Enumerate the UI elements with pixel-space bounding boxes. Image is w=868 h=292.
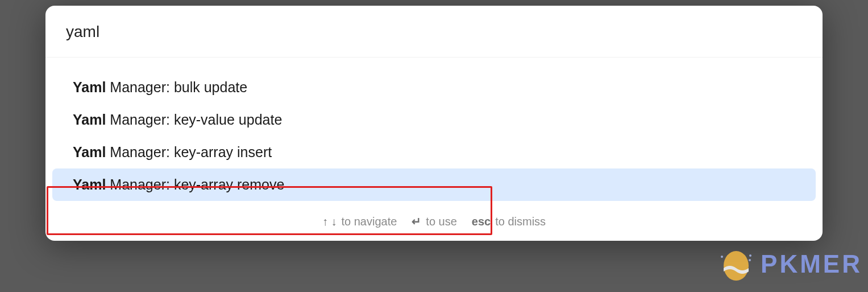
- watermark-logo-icon: [719, 246, 754, 282]
- svg-point-3: [749, 259, 751, 261]
- command-item[interactable]: Yaml Manager: key-array insert: [52, 136, 816, 168]
- hint-use: ↵ to use: [412, 215, 456, 228]
- nav-label: to navigate: [341, 215, 397, 228]
- command-palette: Yaml Manager: bulk update Yaml Manager: …: [45, 6, 823, 241]
- command-rest: Manager: key-array remove: [106, 176, 284, 192]
- command-item[interactable]: Yaml Manager: key-array remove: [52, 168, 816, 201]
- svg-point-1: [721, 256, 723, 258]
- command-item[interactable]: Yaml Manager: bulk update: [52, 71, 816, 104]
- command-prefix: Yaml: [73, 79, 106, 95]
- command-rest: Manager: key-array insert: [106, 144, 272, 160]
- hint-dismiss: esc to dismiss: [472, 215, 546, 228]
- use-keys: ↵: [412, 215, 421, 228]
- use-label: to use: [426, 215, 456, 228]
- nav-keys: ↑ ↓: [322, 215, 337, 228]
- watermark: PKMER: [719, 246, 862, 282]
- command-prefix: Yaml: [73, 144, 106, 160]
- dismiss-label: to dismiss: [495, 215, 546, 228]
- dismiss-keys: esc: [472, 215, 491, 228]
- command-rest: Manager: bulk update: [106, 79, 247, 95]
- command-item[interactable]: Yaml Manager: key-value update: [52, 104, 816, 136]
- results-list: Yaml Manager: bulk update Yaml Manager: …: [45, 57, 823, 203]
- watermark-text: PKMER: [761, 250, 862, 278]
- command-rest: Manager: key-value update: [106, 112, 282, 128]
- svg-point-0: [724, 251, 749, 281]
- search-input[interactable]: [66, 23, 802, 41]
- command-prefix: Yaml: [73, 176, 106, 192]
- hint-navigate: ↑ ↓ to navigate: [322, 215, 397, 228]
- hints-bar: ↑ ↓ to navigate ↵ to use esc to dismiss: [45, 203, 823, 241]
- search-area: [45, 6, 823, 57]
- command-prefix: Yaml: [73, 112, 106, 128]
- svg-point-2: [749, 254, 751, 257]
